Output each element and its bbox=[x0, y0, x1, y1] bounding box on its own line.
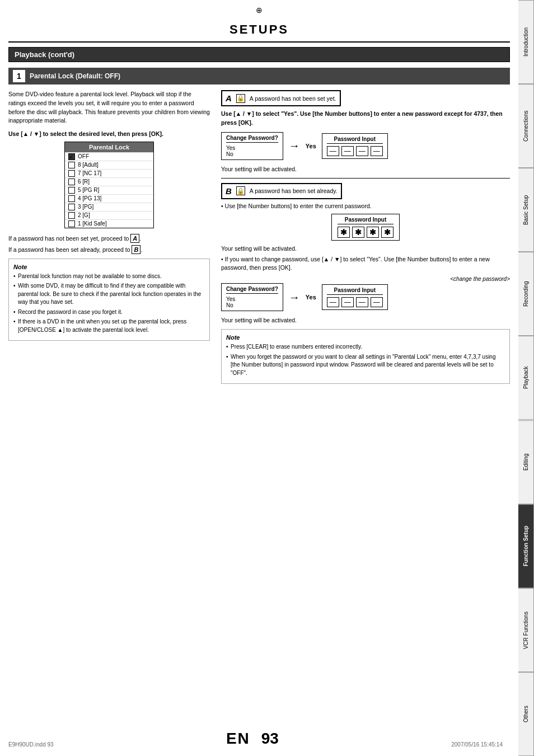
left-note-4: If there is a DVD in the unit when you s… bbox=[13, 318, 205, 334]
section-label: 1 Parental Lock (Default: OFF) bbox=[8, 68, 510, 84]
section-header: Playback (cont'd) bbox=[8, 47, 510, 62]
lock-option-adult: 8 [Adult] bbox=[65, 161, 153, 169]
section-a-description: A password has not been set yet. bbox=[250, 95, 336, 102]
body-text: Some DVD-video feature a parental lock l… bbox=[8, 90, 210, 125]
tab-function-setup[interactable]: Function Setup bbox=[518, 504, 534, 588]
side-tabs: Introduction Connections Basic Setup Rec… bbox=[518, 0, 534, 756]
top-crosshair: ⊕ bbox=[8, 6, 510, 15]
section-b: B 🔒 A password has been set already. • U… bbox=[221, 183, 510, 384]
arrow-a: → bbox=[289, 139, 300, 152]
pw-asterisk-1: ✱ bbox=[338, 227, 350, 238]
pw-asterisk-2: ✱ bbox=[352, 227, 364, 238]
pw-field-b-1: — bbox=[327, 297, 339, 307]
left-note-3: Record the password in case you forget i… bbox=[13, 308, 205, 317]
check-pgr bbox=[68, 187, 75, 194]
pw-asterisk-3: ✱ bbox=[367, 227, 379, 238]
yes-label-a: Yes bbox=[306, 143, 316, 149]
yes-option-b: Yes bbox=[226, 296, 278, 302]
footer-right: EN 93 bbox=[226, 730, 279, 748]
setting-activated-b2: Your setting will be activated. bbox=[221, 317, 510, 323]
footer-date: 2007/05/16 15:45:14 bbox=[451, 741, 503, 748]
pw-field-a-1: — bbox=[327, 146, 339, 156]
pw-field-a-3: — bbox=[356, 146, 368, 156]
lock-table-header: Parental Lock bbox=[65, 142, 153, 152]
check-nc17 bbox=[68, 170, 75, 177]
pw-asterisk-fields: ✱ ✱ ✱ ✱ bbox=[338, 227, 394, 238]
no-option-b: No bbox=[226, 302, 278, 308]
proceed-a-badge: A bbox=[130, 234, 139, 243]
tab-recording[interactable]: Recording bbox=[518, 252, 534, 336]
tab-playback[interactable]: Playback bbox=[518, 336, 534, 420]
proceed-b-badge: B bbox=[132, 245, 140, 254]
lock-option-r: 6 [R] bbox=[65, 177, 153, 186]
change-pw-instruction: • If you want to change password, use [▲… bbox=[221, 255, 510, 273]
change-pw-box-a: Change Password? Yes No bbox=[221, 132, 283, 160]
lock-option-pg13: 4 [PG 13] bbox=[65, 194, 153, 203]
pw-input-box-b: Password Input — — — — bbox=[322, 284, 388, 310]
section-a-badge: A 🔒 A password has not been set yet. bbox=[221, 90, 341, 106]
footer-en: EN bbox=[226, 730, 250, 748]
pw-field-b-2: — bbox=[341, 297, 354, 307]
pw-input-fields-a: — — — — bbox=[327, 146, 383, 156]
lock-option-kidsafe: 1 [Kid Safe] bbox=[65, 219, 153, 228]
lock-table: Parental Lock ✓ OFF 8 [Adult] 7 [NC 17] bbox=[64, 142, 154, 228]
pw-field-a-4: — bbox=[371, 146, 383, 156]
lock-option-nc17: 7 [NC 17] bbox=[65, 169, 153, 177]
left-note-2: With some DVD, it may be difficult to fi… bbox=[13, 282, 205, 307]
check-off: ✓ bbox=[68, 153, 75, 160]
section-a-instruction: Use [▲ / ▼] to select "Yes". Use [the Nu… bbox=[221, 110, 510, 128]
pw-field-a-2: — bbox=[341, 146, 354, 156]
pw-input-fields-b: — — — — bbox=[327, 297, 383, 307]
proceed-b-text: If a password has been set already, proc… bbox=[8, 245, 210, 254]
footer-page: 93 bbox=[261, 730, 279, 748]
b-letter: B bbox=[226, 186, 232, 196]
pw-input-title-a: Password Input bbox=[327, 136, 383, 144]
right-note-2: When you forget the password or you want… bbox=[226, 353, 505, 378]
lock-option-pg: 3 [PG] bbox=[65, 203, 153, 211]
instruction1: Use [▲ / ▼] to select the desired level,… bbox=[8, 130, 210, 138]
lock-icon-b: 🔒 bbox=[236, 186, 245, 195]
change-pw-box-b: Change Password? Yes No bbox=[221, 283, 283, 311]
pw-asterisk-box: Password Input ✱ ✱ ✱ ✱ bbox=[331, 214, 400, 241]
check-pg bbox=[68, 204, 75, 210]
page-header: SETUPS bbox=[8, 17, 510, 43]
left-note-title: Note bbox=[13, 264, 205, 270]
lock-icon-a: 🔒 bbox=[236, 94, 245, 103]
setting-activated-b: Your setting will be activated. bbox=[221, 245, 510, 252]
proceed-a-text: If a password has not been set yet, proc… bbox=[8, 234, 210, 243]
password-diagram-b: Change Password? Yes No → Yes Password I… bbox=[221, 283, 510, 311]
section-number: 1 bbox=[13, 70, 25, 82]
password-diagram-a: Change Password? Yes No → Yes Password I… bbox=[221, 132, 510, 160]
page-title: SETUPS bbox=[8, 22, 510, 37]
page-footer: E9H90UD.indd 93 EN 93 2007/05/16 15:45:1… bbox=[8, 730, 503, 748]
no-option-a: No bbox=[226, 151, 278, 157]
pw-asterisk-container: Password Input ✱ ✱ ✱ ✱ bbox=[221, 214, 510, 241]
pw-asterisk-4: ✱ bbox=[381, 227, 394, 238]
tab-basic-setup[interactable]: Basic Setup bbox=[518, 168, 534, 252]
right-note-box: Note Press [CLEAR] to erase numbers ente… bbox=[221, 329, 510, 384]
arrow-b: → bbox=[289, 291, 300, 304]
check-r bbox=[68, 179, 75, 185]
left-note-box: Note Parental lock function may not be a… bbox=[8, 259, 210, 341]
check-kidsafe bbox=[68, 220, 75, 227]
tab-editing[interactable]: Editing bbox=[518, 420, 534, 504]
pw-input-box-a: Password Input — — — — bbox=[322, 133, 388, 159]
a-letter: A bbox=[226, 93, 232, 103]
pw-field-b-4: — bbox=[371, 297, 383, 307]
tab-connections[interactable]: Connections bbox=[518, 84, 534, 168]
tab-others[interactable]: Others bbox=[518, 672, 534, 756]
section-b-description: A password has been set already. bbox=[250, 187, 338, 194]
pw-field-b-3: — bbox=[356, 297, 368, 307]
pw-asterisk-title: Password Input bbox=[338, 217, 394, 224]
check-adult bbox=[68, 162, 75, 168]
tab-vcr-functions[interactable]: VCR Functions bbox=[518, 588, 534, 672]
check-g bbox=[68, 212, 75, 219]
lock-option-pgr: 5 [PG R] bbox=[65, 186, 153, 194]
setting-activated-a: Your setting will be activated. bbox=[221, 166, 510, 172]
lock-option-off: ✓ OFF bbox=[65, 152, 153, 161]
section-b-instruction: • Use [the Number buttons] to enter the … bbox=[221, 203, 510, 209]
tab-introduction[interactable]: Introduction bbox=[518, 0, 534, 84]
section-title: Parental Lock (Default: OFF) bbox=[30, 72, 120, 80]
change-pw-title-a: Change Password? bbox=[226, 135, 278, 143]
section-b-badge: B 🔒 A password has been set already. bbox=[221, 183, 342, 199]
